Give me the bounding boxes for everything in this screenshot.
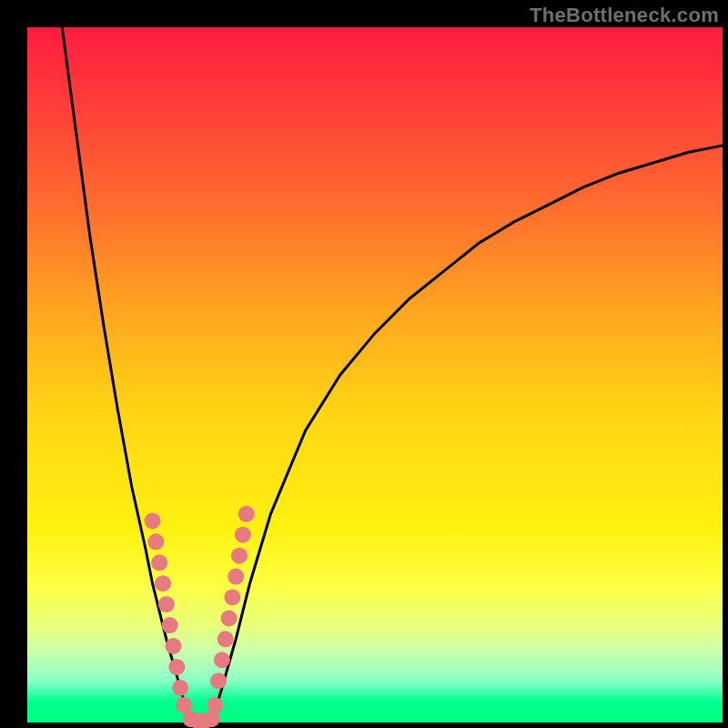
watermark-text: TheBottleneck.com [530,4,719,27]
highlight-dot [162,617,178,633]
highlight-dot [207,697,223,713]
highlight-dot [231,548,248,564]
highlight-dot [228,569,244,585]
highlight-dot [155,575,171,592]
highlight-dot [176,697,192,713]
highlight-dot [235,527,251,543]
highlight-dot [158,596,175,612]
highlight-dot [217,631,234,647]
highlight-dot [145,512,161,529]
highlight-dot [224,589,240,605]
chart-overlay [27,27,723,723]
highlight-dot [151,554,167,571]
highlight-dot [221,610,238,626]
highlight-dot [238,506,255,522]
chart-frame: TheBottleneck.com [0,0,728,728]
highlight-dot [168,659,185,675]
highlight-dot [165,638,181,654]
highlight-dot [210,672,227,689]
highlight-dot [172,680,188,696]
highlight-dot [203,711,219,727]
highlight-dot [147,533,164,550]
curve-right-line [211,146,723,723]
highlight-dot [214,652,230,668]
